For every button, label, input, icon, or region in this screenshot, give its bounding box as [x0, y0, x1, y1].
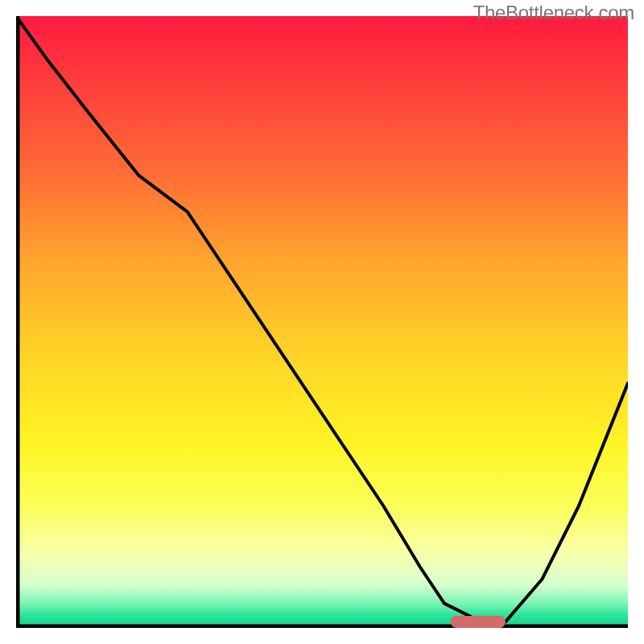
plot-area: [16, 16, 628, 628]
watermark-text: TheBottleneck.com: [473, 2, 634, 24]
bottleneck-chart: TheBottleneck.com: [0, 0, 644, 644]
optimal-range-marker: [451, 616, 506, 628]
chart-svg: [16, 16, 628, 628]
axis-lines: [18, 16, 628, 626]
bottleneck-curve-line: [16, 16, 628, 621]
